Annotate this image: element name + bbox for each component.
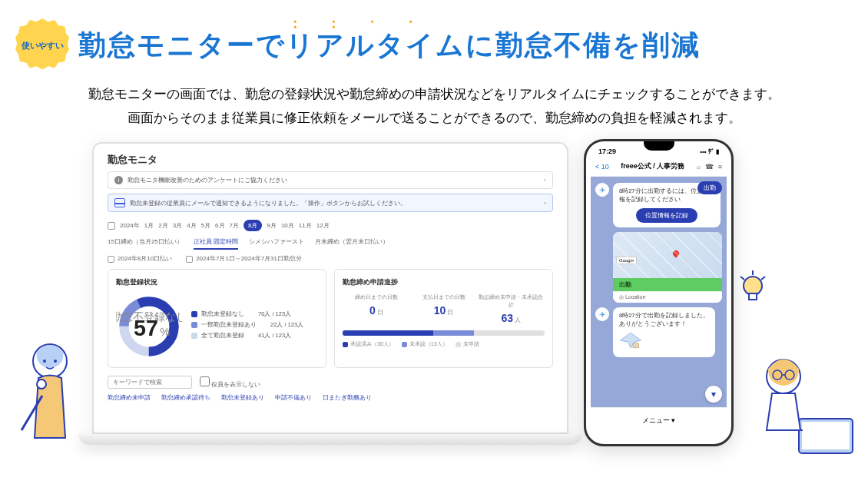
calendar-icon <box>108 256 114 263</box>
month-2[interactable]: 2月 <box>158 221 167 230</box>
laptop-mock: 勤怠モニタ i 勤怠モニタ機能改善のためのアンケートにご協力ください › 勤怠未… <box>92 142 568 446</box>
month-7[interactable]: 7月 <box>230 221 239 230</box>
svg-rect-13 <box>802 422 850 449</box>
feature-banner-text: 勤怠未登録の従業員にメールで通知できるようになりました。「操作」ボタンからお試し… <box>130 199 406 207</box>
month-4[interactable]: 4月 <box>187 221 196 230</box>
bot-avatar-icon: ✈ <box>595 307 609 321</box>
chat-title: freee公式 / 人事労務 <box>621 161 684 171</box>
month-3[interactable]: 3月 <box>173 221 182 230</box>
link-overnight[interactable]: 日またぎ勤務あり <box>323 393 372 402</box>
svg-point-18 <box>744 277 762 295</box>
donut-chart: 勤怠不登録なし 57 % <box>116 293 182 360</box>
hide-officers-checkbox[interactable]: 役員を表示しない <box>200 376 260 389</box>
registration-status-card: 勤怠登録状況 勤怠不登録なし 57 % 勤怠未登録なし 70人 / 123人 <box>108 269 326 368</box>
chevron-right-icon: › <box>544 200 546 207</box>
link-unregistered[interactable]: 勤怠未登録あり <box>221 393 264 402</box>
feature-banner[interactable]: 勤怠未登録の従業員にメールで通知できるようになりました。「操作」ボタンからお試し… <box>108 194 553 212</box>
call-icon[interactable]: ☎ <box>705 163 714 171</box>
lightbulb-icon <box>737 269 768 307</box>
svg-text:%: % <box>160 326 170 338</box>
info-icon: i <box>114 176 123 184</box>
svg-point-9 <box>54 360 57 363</box>
phone-menu-button[interactable]: メニュー ▾ <box>591 407 727 433</box>
bot-avatar-icon: ✈ <box>595 183 609 197</box>
svg-rect-19 <box>749 293 757 300</box>
year-label: 2024年 <box>120 221 140 230</box>
back-button[interactable]: < 10 <box>595 163 609 171</box>
progress-bar <box>343 330 545 336</box>
month-11[interactable]: 11月 <box>299 221 312 230</box>
svg-point-11 <box>37 380 46 389</box>
bar-legend: 承認済み（30人） 未承認（13人） 未申請 <box>343 340 545 348</box>
location-row: ◎ Location <box>613 291 722 303</box>
gift-icon <box>114 198 125 207</box>
chevron-right-icon: › <box>544 177 546 184</box>
survey-banner-text: 勤怠モニタ機能改善のためのアンケートにご協力ください <box>128 176 287 184</box>
google-logo: Google <box>616 257 637 264</box>
search-icon[interactable]: ⌕ <box>697 163 701 171</box>
tab-shimeshiha[interactable]: シメシハファースト <box>249 237 304 250</box>
month-5[interactable]: 5月 <box>201 221 210 230</box>
calendar-icon <box>108 222 115 230</box>
tab-month-end[interactable]: 月末締め（翌月末日払い） <box>315 237 389 250</box>
month-selector: 2024年 1月 2月 3月 4月 5月 6月 7月 8月 9月 10月 11月… <box>108 220 553 231</box>
clock-in-button[interactable]: 出勤 <box>697 181 722 194</box>
badge-easy-to-use: 使いやすい <box>15 18 69 72</box>
svg-line-21 <box>740 277 744 280</box>
svg-text:57: 57 <box>134 316 158 340</box>
card-title: 勤怠締め申請進捗 <box>343 277 545 287</box>
filter-links: 勤怠締め未申請 勤怠締め承認待ち 勤怠未登録あり 申請不備あり 日またぎ勤務あり <box>108 393 553 402</box>
link-unapplied[interactable]: 勤怠締め未申請 <box>108 393 151 402</box>
svg-line-22 <box>761 277 765 280</box>
month-1[interactable]: 1月 <box>144 221 154 230</box>
month-8-active[interactable]: 8月 <box>244 220 262 231</box>
illustration-person-right <box>745 330 860 469</box>
closing-progress-card: 勤怠締め申請進捗 締め日までの日数0日 支払日までの日数10日 勤怠締め未申請・… <box>334 269 553 368</box>
month-12[interactable]: 12月 <box>316 221 330 230</box>
link-pending[interactable]: 勤怠締め承認待ち <box>161 393 210 402</box>
paper-plane-icon <box>619 331 642 350</box>
survey-banner[interactable]: i 勤怠モニタ機能改善のためのアンケートにご協力ください › <box>108 171 553 189</box>
tab-15th[interactable]: 15日締め（当月25日払い） <box>108 237 183 250</box>
search-input[interactable] <box>108 376 192 389</box>
period: 2024年7月1日～2024年7月31日勤怠分 <box>186 254 302 263</box>
closing-tabs: 15日締め（当月25日払い） 正社員 固定時間 シメシハファースト 月末締め（翌… <box>108 237 553 250</box>
map-card: Google 出勤 ◎ Location <box>613 232 722 303</box>
page-title: 勤怠モニターでリアルタイムに勤怠不備を削減 <box>78 27 701 65</box>
card-title: 勤怠登録状況 <box>116 277 318 287</box>
month-9[interactable]: 9月 <box>267 221 276 230</box>
calendar-icon <box>186 256 193 263</box>
donut-legend: 勤怠未登録なし 70人 / 123人 一部勤怠未登録あり 22人 / 123人 … <box>191 310 303 343</box>
monitor-title: 勤怠モニタ <box>108 153 553 167</box>
subtitle: 勤怠モニターの画面では、勤怠の登録状況や勤怠締めの申請状況などをリアルタイムにチ… <box>0 78 868 134</box>
record-location-button[interactable]: 位置情報を記録 <box>636 208 697 223</box>
illustration-person-left <box>8 330 100 469</box>
svg-rect-6 <box>633 343 639 348</box>
menu-icon[interactable]: ≡ <box>718 163 722 171</box>
phone-mock: 17:29 ••• ﾃﾞ ▮ < 10 freee公式 / 人事労務 ⌕ ☎ ≡… <box>584 139 734 446</box>
phone-status-bar: 17:29 ••• ﾃﾞ ▮ <box>591 146 727 157</box>
clock-in-bar[interactable]: 出勤 <box>613 278 722 291</box>
month-10[interactable]: 10月 <box>281 221 294 230</box>
month-6[interactable]: 6月 <box>215 221 224 230</box>
tab-fulltime[interactable]: 正社員 固定時間 <box>194 237 238 250</box>
svg-point-8 <box>43 360 46 363</box>
pay-date: 2024年8月10日払い <box>108 254 172 263</box>
link-defect[interactable]: 申請不備あり <box>275 393 312 402</box>
scroll-down-button[interactable]: ▾ <box>705 386 722 403</box>
chat-bubble-2: 8時27分で出勤を記録しました。 ありがとうございます！ <box>613 307 715 357</box>
map-pin-icon <box>671 250 680 258</box>
